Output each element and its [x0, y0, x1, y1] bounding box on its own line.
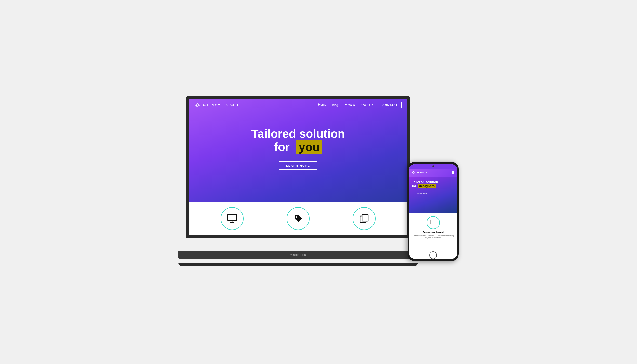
hero-cta-button[interactable]: LEARN MORE: [279, 161, 317, 170]
hero-line1: Tailored solution: [251, 127, 345, 140]
phone-screen: AGENCY ☰ Tailored solution for designers…: [409, 164, 457, 259]
contact-button[interactable]: CONTACT: [379, 102, 402, 108]
feature-copy: [353, 207, 376, 230]
googleplus-icon[interactable]: G+: [230, 103, 234, 107]
tag-icon: [293, 213, 304, 224]
social-icons: 𝕏 G+ f: [225, 103, 238, 107]
svg-rect-2: [228, 214, 237, 221]
phone-menu-icon[interactable]: ☰: [452, 171, 455, 174]
copy-icon: [359, 213, 370, 224]
phone-feature-desc: Lorem ipsum dolor sit amet, conse ctetur…: [412, 234, 455, 239]
laptop-features: [189, 202, 407, 235]
nav-about[interactable]: About Us: [361, 103, 373, 107]
phone-hero: Tailored solution for designers LEARN MO…: [409, 177, 457, 213]
laptop-base: MacBook: [178, 251, 418, 259]
laptop-body: AGENCY 𝕏 G+ f Home Blog Portfolio About …: [186, 96, 410, 238]
twitter-icon[interactable]: 𝕏: [225, 103, 228, 107]
nav-blog[interactable]: Blog: [332, 103, 338, 107]
laptop-hero: Tailored solution for you LEARN MORE: [189, 112, 407, 170]
svg-rect-7: [362, 214, 368, 221]
nav-portfolio[interactable]: Portfolio: [344, 103, 355, 107]
phone-feature-title: Responsive Layout: [423, 231, 444, 233]
laptop-navbar: AGENCY 𝕏 G+ f Home Blog Portfolio About …: [189, 99, 407, 112]
facebook-icon[interactable]: f: [237, 103, 238, 107]
phone-logo-row: AGENCY: [412, 171, 428, 174]
hero-title: Tailored solution for you: [251, 127, 345, 154]
phone-feature-monitor: [427, 216, 440, 229]
laptop-stand: [178, 263, 418, 266]
logo-diamond-icon: [195, 102, 200, 108]
logo-text: AGENCY: [202, 103, 221, 107]
phone-camera: [432, 165, 434, 167]
feature-monitor: [221, 207, 244, 230]
laptop-brand-text: MacBook: [290, 253, 306, 257]
hero-line2-prefix: for: [274, 140, 290, 154]
laptop-screen: AGENCY 𝕏 G+ f Home Blog Portfolio About …: [189, 99, 407, 235]
svg-point-5: [296, 216, 297, 218]
phone-hero-title: Tailored solution for designers: [412, 180, 455, 189]
phone-cta-button[interactable]: LEARN MORE: [412, 191, 432, 195]
monitor-icon: [227, 213, 238, 224]
phone-logo-text: AGENCY: [416, 171, 428, 174]
phone-navbar: AGENCY ☰: [409, 169, 457, 177]
laptop: AGENCY 𝕏 G+ f Home Blog Portfolio About …: [178, 93, 418, 266]
phone-hero-line2-prefix: for: [412, 184, 416, 188]
phone-hero-line1: Tailored solution: [412, 180, 438, 184]
phone-monitor-icon: [430, 219, 437, 226]
phone-logo-icon: [412, 171, 415, 174]
svg-rect-10: [430, 220, 436, 224]
phone-hero-highlight: designers: [418, 184, 436, 188]
nav-links: Home Blog Portfolio About Us CONTACT: [318, 102, 402, 108]
scene: AGENCY 𝕏 G+ f Home Blog Portfolio About …: [178, 93, 459, 271]
feature-tag: [287, 207, 310, 230]
hero-highlight: you: [296, 140, 322, 154]
phone: AGENCY ☰ Tailored solution for designers…: [408, 162, 459, 261]
phone-home-button[interactable]: [429, 251, 437, 259]
nav-home[interactable]: Home: [318, 103, 326, 107]
